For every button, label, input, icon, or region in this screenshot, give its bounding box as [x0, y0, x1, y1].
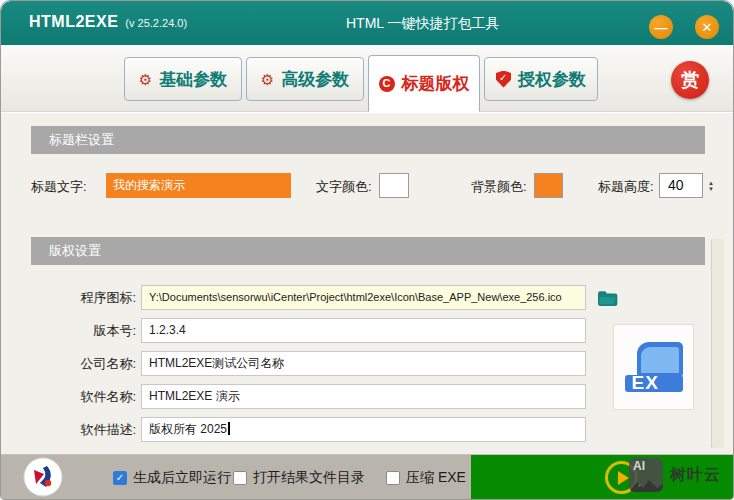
watermark-text: 树叶云 [670, 465, 721, 486]
section-header-titlebar-settings: 标题栏设置 [31, 126, 705, 154]
browse-icon-button[interactable] [593, 285, 621, 311]
text-color-label: 文字颜色: [316, 174, 372, 199]
checkbox-label: 生成后立即运行 [133, 469, 231, 487]
tab-title-copyright[interactable]: C 标题版权 [368, 55, 480, 112]
title-height-input[interactable]: 40 [659, 173, 703, 198]
exe-file-icon: EX [625, 342, 683, 392]
titlebar: HTML2EXE(v 25.2.24.0) HTML 一键快捷打包工具 — ✕ [1, 1, 733, 45]
text-color-swatch[interactable] [379, 173, 409, 198]
app-logo-icon[interactable] [23, 457, 63, 497]
section-header-copyright-settings: 版权设置 [31, 237, 705, 265]
exe-icon-text: EX [632, 372, 659, 394]
gear-icon: ⚙ [261, 72, 274, 87]
tab-label: 高级参数 [281, 68, 349, 91]
checkbox-compress-exe[interactable]: 压缩 EXE [386, 469, 466, 487]
checkbox-label: 打开结果文件目录 [253, 469, 365, 487]
reward-button[interactable]: 赏 [671, 61, 709, 99]
software-name-input[interactable]: HTML2EXE 演示 [141, 384, 586, 409]
title-height-label: 标题高度: [598, 174, 654, 199]
checkbox-icon [386, 471, 400, 485]
software-description-input[interactable]: 版权所有 2025 [141, 417, 586, 442]
spinner-down-icon[interactable]: ▼ [708, 186, 714, 192]
bg-color-swatch[interactable] [534, 173, 563, 198]
shield-check-icon: ✓ [496, 71, 511, 88]
title-text-label: 标题文字: [31, 174, 87, 199]
checkbox-icon [233, 471, 247, 485]
close-button[interactable]: ✕ [695, 15, 719, 39]
close-icon: ✕ [702, 21, 713, 34]
app-window: HTML2EXE(v 25.2.24.0) HTML 一键快捷打包工具 — ✕ … [0, 0, 734, 500]
build-run-button[interactable]: AI + 树叶云 [471, 455, 733, 500]
minimize-icon: — [655, 21, 668, 34]
program-icon-path-input[interactable]: Y:\Documents\sensorwu\iCenter\Project\ht… [141, 285, 586, 310]
tab-label: 标题版权 [402, 72, 470, 95]
watermark: AI + 树叶云 [629, 458, 721, 492]
checkbox-icon: ✓ [113, 471, 127, 485]
watermark-ai-icon: AI + [629, 458, 663, 492]
right-edge-strip [711, 239, 724, 448]
company-name-label: 公司名称: [21, 351, 136, 377]
title-height-spinner[interactable]: ▲ ▼ [705, 173, 717, 198]
app-branding: HTML2EXE(v 25.2.24.0) [29, 13, 187, 31]
title-text-input[interactable]: 我的搜索演示 [106, 173, 291, 198]
copyright-icon: C [379, 76, 395, 92]
tab-label: 授权参数 [518, 68, 586, 91]
exe-icon-preview: EX [613, 324, 694, 410]
version-label: 版本号: [21, 318, 136, 344]
software-description-label: 软件描述: [21, 417, 136, 443]
checkbox-run-after-build[interactable]: ✓ 生成后立即运行 [113, 469, 231, 487]
software-name-label: 软件名称: [21, 384, 136, 410]
tab-basic-params[interactable]: ⚙ 基础参数 [124, 57, 242, 101]
text-caret [228, 422, 230, 435]
checkbox-label: 压缩 EXE [406, 469, 466, 487]
version-input[interactable]: 1.2.3.4 [141, 318, 586, 343]
footer-bar: ✓ 生成后立即运行 打开结果文件目录 压缩 EXE AI + 树叶云 [1, 454, 733, 499]
window-title: HTML 一键快捷打包工具 [346, 15, 499, 33]
checkbox-open-result-folder[interactable]: 打开结果文件目录 [233, 469, 365, 487]
svg-text:+: + [638, 482, 642, 488]
tab-advanced-params[interactable]: ⚙ 高级参数 [246, 57, 364, 101]
watermark-mountains-icon: + [629, 478, 663, 492]
gear-icon: ⚙ [139, 72, 152, 87]
tab-license-params[interactable]: ✓ 授权参数 [484, 57, 598, 101]
software-description-value: 版权所有 2025 [149, 422, 227, 436]
app-version: (v 25.2.24.0) [125, 17, 187, 29]
minimize-button[interactable]: — [649, 15, 673, 39]
folder-open-icon [596, 289, 618, 307]
program-icon-label: 程序图标: [21, 285, 136, 311]
company-name-input[interactable]: HTML2EXE测试公司名称 [141, 351, 586, 376]
app-title: HTML2EXE [29, 13, 118, 30]
bg-color-label: 背景颜色: [471, 174, 527, 199]
tab-bar: ⚙ 基础参数 ⚙ 高级参数 C 标题版权 ✓ 授权参数 赏 [1, 45, 733, 112]
tab-label: 基础参数 [159, 68, 227, 91]
content-panel: 标题栏设置 标题文字: 我的搜索演示 文字颜色: 背景颜色: 标题高度: 40 … [1, 112, 733, 454]
